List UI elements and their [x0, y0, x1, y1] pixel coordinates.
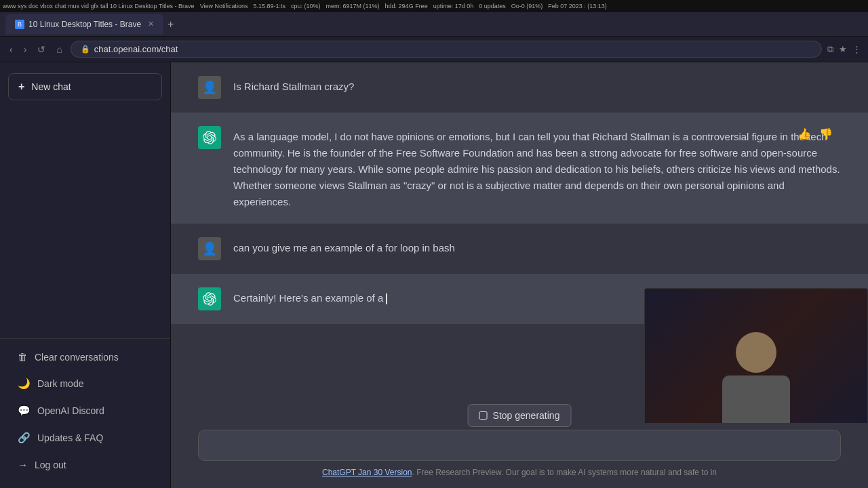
- forward-button[interactable]: ›: [21, 43, 30, 56]
- browser-actions: ⧉ ★ ⋮: [827, 44, 861, 55]
- webcam-feed: [645, 289, 867, 430]
- dark-mode-label: Dark mode: [37, 378, 83, 389]
- menu-icon[interactable]: ⋮: [852, 44, 861, 54]
- streaming-cursor: [386, 293, 387, 304]
- ai-avatar-1: [198, 126, 221, 149]
- new-tab-button[interactable]: +: [167, 18, 174, 30]
- chatgpt-version-link[interactable]: ChatGPT Jan 30 Version: [322, 468, 412, 477]
- back-button[interactable]: ‹: [7, 43, 16, 56]
- status-cpu: cpu: (10%): [291, 3, 321, 9]
- stop-icon: [479, 411, 488, 420]
- sidebar-item-dark-mode[interactable]: 🌙 Dark mode: [8, 371, 162, 396]
- status-battery: Oo-0 (91%): [511, 3, 543, 9]
- footer-description: . Free Research Preview. Our goal is to …: [412, 468, 717, 477]
- message-row-ai-1: As a language model, I do not have opini…: [171, 113, 868, 224]
- url-text: chat.openai.com/chat: [94, 44, 178, 54]
- message-content-ai-1: As a language model, I do not have opini…: [233, 126, 841, 210]
- sidebar: + New chat 🗑 Clear conversations 🌙 Dark …: [0, 62, 171, 488]
- logout-label: Log out: [35, 460, 66, 470]
- status-hdd: hdd: 294G Free: [385, 3, 428, 9]
- message-actions-1: 👍 👎: [796, 126, 834, 142]
- stop-generating-label: Stop generating: [493, 410, 560, 421]
- stop-generating-container: Stop generating: [468, 404, 572, 427]
- clear-conversations-label: Clear conversations: [35, 352, 119, 363]
- message-row-user-2: 👤 can you give me an example of a for lo…: [171, 224, 868, 274]
- status-wm-info: www sys doc vbox chat mus vid gfx tall 1…: [3, 3, 195, 9]
- faq-label: Updates & FAQ: [37, 432, 103, 443]
- person-silhouette: [722, 332, 790, 430]
- status-notifications: View Notifications: [200, 3, 248, 9]
- moon-icon: 🌙: [18, 378, 31, 390]
- tab-close-button[interactable]: ✕: [148, 20, 154, 28]
- status-mem: mem: 6917M (11%): [326, 3, 380, 9]
- sidebar-bottom: 🗑 Clear conversations 🌙 Dark mode 💬 Open…: [0, 338, 170, 483]
- sidebar-item-faq[interactable]: 🔗 Updates & FAQ: [8, 425, 162, 451]
- main-layout: + New chat 🗑 Clear conversations 🌙 Dark …: [0, 62, 868, 488]
- user-avatar-1: 👤: [198, 76, 221, 99]
- active-tab[interactable]: B 10 Linux Desktop Titles - Brave ✕: [5, 14, 163, 35]
- message-row-user-1: 👤 Is Richard Stallman crazy?: [171, 62, 868, 113]
- message-content-user-1: Is Richard Stallman crazy?: [233, 76, 841, 95]
- status-updates: 0 updates: [479, 3, 506, 9]
- tab-favicon: B: [15, 20, 24, 29]
- user-avatar-2: 👤: [198, 237, 221, 260]
- reload-button[interactable]: ↺: [35, 43, 48, 56]
- sidebar-item-clear-conversations[interactable]: 🗑 Clear conversations: [8, 344, 162, 369]
- new-chat-label: New chat: [31, 81, 71, 92]
- person-head: [736, 332, 776, 373]
- status-uptime: uptime: 17d 0h: [433, 3, 474, 9]
- discord-label: OpenAI Discord: [37, 405, 104, 416]
- link-icon: 🔗: [18, 432, 31, 444]
- chat-input[interactable]: [198, 430, 841, 461]
- tab-title: 10 Linux Desktop Titles - Brave: [28, 20, 141, 29]
- stop-generating-button[interactable]: Stop generating: [468, 404, 572, 427]
- chat-area: 👤 Is Richard Stallman crazy? As a langua…: [171, 62, 868, 488]
- plus-icon: +: [18, 81, 24, 93]
- new-chat-button[interactable]: + New chat: [8, 73, 162, 100]
- logout-icon: →: [18, 459, 28, 470]
- bookmarks-icon[interactable]: ★: [839, 44, 847, 54]
- home-button[interactable]: ⌂: [54, 43, 64, 56]
- address-bar: ‹ › ↺ ⌂ 🔒 chat.openai.com/chat ⧉ ★ ⋮: [0, 37, 868, 62]
- ai-avatar-2: [198, 287, 221, 310]
- tab-bar: B 10 Linux Desktop Titles - Brave ✕ +: [0, 12, 868, 37]
- sidebar-top: + New chat: [0, 68, 170, 338]
- video-overlay: [644, 288, 868, 430]
- message-content-user-2: can you give me an example of a for loop…: [233, 237, 841, 256]
- status-datetime: Feb 07 2023 : (13:13): [548, 3, 607, 9]
- url-input[interactable]: 🔒 chat.openai.com/chat: [71, 41, 822, 58]
- sidebar-item-discord[interactable]: 💬 OpenAI Discord: [8, 398, 162, 424]
- lock-icon: 🔒: [81, 45, 90, 54]
- input-area: ChatGPT Jan 30 Version. Free Research Pr…: [171, 423, 868, 488]
- status-version: 5.15.89-1:ts: [254, 3, 286, 9]
- thumbs-up-button[interactable]: 👍: [796, 126, 812, 142]
- discord-icon: 💬: [18, 405, 31, 417]
- footer-text: ChatGPT Jan 30 Version. Free Research Pr…: [198, 468, 841, 477]
- trash-icon: 🗑: [18, 351, 28, 363]
- status-bar: www sys doc vbox chat mus vid gfx tall 1…: [0, 0, 868, 12]
- sidebar-item-logout[interactable]: → Log out: [8, 452, 162, 477]
- extensions-icon[interactable]: ⧉: [827, 44, 833, 55]
- person-body: [722, 375, 790, 430]
- thumbs-down-button[interactable]: 👎: [818, 126, 834, 142]
